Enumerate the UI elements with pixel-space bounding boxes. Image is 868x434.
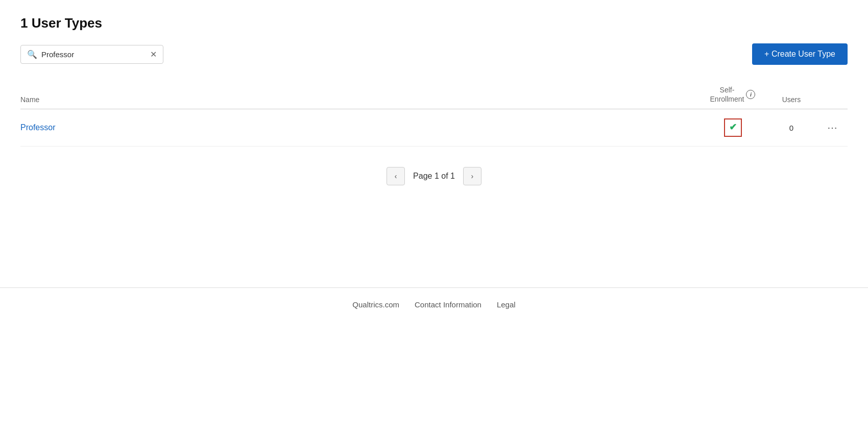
professor-link[interactable]: Professor [20,123,55,132]
footer-link-legal[interactable]: Legal [497,300,516,309]
checkmark-icon: ✔ [729,122,737,133]
col-header-self-enrollment: Self- Enrollment i [700,85,766,104]
table-header: Name Self- Enrollment i Users [20,80,848,109]
checkmark-box: ✔ [724,118,742,136]
page-title: 1 User Types [20,15,848,31]
self-enrollment-info-icon[interactable]: i [746,90,755,99]
users-count: 0 [766,124,817,132]
search-input[interactable] [41,50,147,59]
pagination: ‹ Page 1 of 1 › [20,167,848,185]
self-enrollment-cell: ✔ [700,118,766,136]
create-user-type-button[interactable]: + Create User Type [752,43,848,65]
toolbar: 🔍 ✕ + Create User Type [20,43,848,65]
footer-link-contact[interactable]: Contact Information [415,300,481,309]
next-page-button[interactable]: › [463,167,481,185]
search-icon: 🔍 [27,50,37,59]
clear-icon[interactable]: ✕ [150,50,157,59]
more-actions-button[interactable]: ⋯ [817,122,848,134]
search-box: 🔍 ✕ [20,45,163,64]
footer: Qualtrics.com Contact Information Legal [0,288,868,321]
col-header-users: Users [766,95,817,104]
row-name-cell: Professor [20,123,700,132]
user-types-table: Name Self- Enrollment i Users Professor … [20,80,848,147]
footer-link-qualtrics[interactable]: Qualtrics.com [352,300,399,309]
col-header-name: Name [20,95,700,104]
table-row: Professor ✔ 0 ⋯ [20,109,848,146]
prev-page-button[interactable]: ‹ [387,167,405,185]
page-info: Page 1 of 1 [413,172,455,181]
